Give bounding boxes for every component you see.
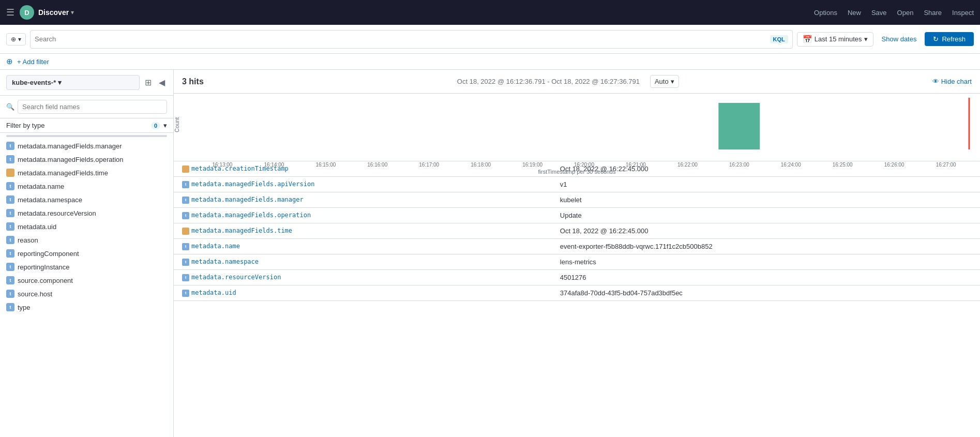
grid-icon-button[interactable]: ⊞ bbox=[143, 77, 154, 88]
filter-by-type-row[interactable]: Filter by type 0 ▾ bbox=[0, 118, 173, 133]
field-cell[interactable]: tmetadata.managedFields.manager bbox=[174, 192, 552, 208]
field-item[interactable]: metadata.managedFields.time bbox=[0, 166, 173, 179]
field-item[interactable]: tsource.host bbox=[0, 287, 173, 300]
time-selector[interactable]: 📅 Last 15 minutes ▾ bbox=[797, 32, 873, 47]
y-axis-label: Count bbox=[174, 104, 180, 145]
field-cell[interactable]: tmetadata.managedFields.apiVersion bbox=[174, 177, 552, 192]
value-cell: lens-metrics bbox=[552, 254, 980, 270]
field-type-badge bbox=[6, 169, 14, 177]
table-row: tmetadata.resourceVersion4501276 bbox=[174, 270, 980, 285]
field-item[interactable]: tmetadata.resourceVersion bbox=[0, 206, 173, 220]
chart-x-label: 16:25:00 bbox=[817, 162, 868, 168]
time-range-label: Oct 18, 2022 @ 16:12:36.791 - Oct 18, 20… bbox=[457, 78, 640, 85]
index-pattern-selector[interactable]: kube-events-* ▾ bbox=[6, 75, 140, 90]
auto-chevron-icon: ▾ bbox=[671, 78, 674, 85]
value-cell: 374afa8d-70dd-43f5-bd04-757ad3bdf5ec bbox=[552, 285, 980, 301]
search-icon: 🔍 bbox=[6, 103, 14, 111]
chart-x-label: 16:22:00 bbox=[661, 162, 713, 168]
eye-icon: 👁 bbox=[932, 78, 939, 85]
field-cell[interactable]: tmetadata.namespace bbox=[174, 254, 552, 270]
chevron-down-icon: ▾ bbox=[18, 36, 21, 43]
field-name-label: metadata.resourceVersion bbox=[18, 209, 96, 217]
options-button[interactable]: Options bbox=[814, 7, 837, 19]
value-cell: event-exporter-f5b88ddb-vqrwc.171f1c2cb5… bbox=[552, 239, 980, 254]
field-item[interactable]: tmetadata.managedFields.operation bbox=[0, 153, 173, 166]
value-cell: Oct 18, 2022 @ 16:22:45.000 bbox=[552, 223, 980, 239]
table-row: metadata.managedFields.timeOct 18, 2022 … bbox=[174, 223, 980, 239]
field-type-badge: t bbox=[6, 290, 14, 298]
search-input[interactable] bbox=[35, 35, 770, 43]
inspect-button[interactable]: Inspect bbox=[952, 7, 974, 19]
field-type-badge: t bbox=[6, 182, 14, 190]
content-area: 3 hits Oct 18, 2022 @ 16:12:36.791 - Oct… bbox=[174, 70, 980, 437]
field-cell[interactable]: tmetadata.managedFields.operation bbox=[174, 208, 552, 223]
refresh-button[interactable]: ↻ Refresh bbox=[925, 32, 974, 46]
table-row: tmetadata.namespacelens-metrics bbox=[174, 254, 980, 270]
save-button[interactable]: Save bbox=[871, 7, 887, 19]
filter-icon[interactable]: ⊕ bbox=[6, 57, 13, 66]
field-item[interactable]: treportingInstance bbox=[0, 260, 173, 274]
auto-interval-select[interactable]: Auto ▾ bbox=[650, 75, 679, 88]
field-type-badge: t bbox=[182, 212, 189, 219]
field-cell[interactable]: tmetadata.resourceVersion bbox=[174, 270, 552, 285]
chart-x-label: 16:13:00 bbox=[197, 162, 248, 168]
show-dates-button[interactable]: Show dates bbox=[878, 35, 921, 43]
field-type-badge: t bbox=[6, 249, 14, 258]
top-nav: ☰ D Discover ▾ Options New Save Open Sha… bbox=[0, 0, 980, 25]
chart-header: 3 hits Oct 18, 2022 @ 16:12:36.791 - Oct… bbox=[174, 70, 980, 94]
data-table: metadata.creationTimestampOct 18, 2022 @… bbox=[174, 161, 980, 301]
field-cell[interactable]: metadata.managedFields.time bbox=[174, 223, 552, 239]
value-cell: Update bbox=[552, 208, 980, 223]
chart-x-label: 16:17:00 bbox=[403, 162, 455, 168]
search-input-wrap: KQL bbox=[30, 30, 793, 49]
field-type-badge: t bbox=[6, 155, 14, 163]
field-type-badge: t bbox=[182, 243, 189, 250]
field-type-badge: t bbox=[182, 274, 189, 281]
value-cell: kubelet bbox=[552, 192, 980, 208]
field-name-label: metadata.name bbox=[18, 183, 64, 190]
field-item[interactable]: tmetadata.namespace bbox=[0, 193, 173, 206]
field-type-badge: t bbox=[182, 259, 189, 266]
field-type-badge: t bbox=[6, 195, 14, 204]
field-type-badge: t bbox=[6, 263, 14, 271]
calendar-icon: 📅 bbox=[803, 35, 812, 44]
table-area: metadata.creationTimestampOct 18, 2022 @… bbox=[174, 161, 980, 437]
share-button[interactable]: Share bbox=[924, 7, 942, 19]
field-item[interactable]: tsource.component bbox=[0, 274, 173, 287]
filter-chevron-icon: ▾ bbox=[163, 122, 167, 129]
field-name-label: reportingComponent bbox=[18, 250, 79, 258]
field-cell[interactable]: tmetadata.name bbox=[174, 239, 552, 254]
field-item[interactable]: tmetadata.name bbox=[0, 179, 173, 193]
open-button[interactable]: Open bbox=[897, 7, 914, 19]
chart-container: Count 16:13:0016:14:0016:15:0016:16:0016… bbox=[174, 94, 980, 161]
chart-x-label: 16:18:00 bbox=[455, 162, 507, 168]
hide-chart-button[interactable]: 👁 Hide chart bbox=[932, 78, 972, 85]
field-item[interactable]: tmetadata.managedFields.manager bbox=[0, 139, 173, 153]
add-filter-button[interactable]: + Add filter bbox=[17, 58, 49, 66]
field-search-input[interactable] bbox=[18, 100, 167, 114]
arrow-left-icon-button[interactable]: ◀ bbox=[157, 77, 167, 88]
field-name-label: type bbox=[18, 304, 31, 311]
field-type-badge: t bbox=[6, 142, 14, 150]
chart-x-label: 16:26:00 bbox=[868, 162, 920, 168]
auto-label: Auto bbox=[655, 78, 669, 85]
table-row: tmetadata.managedFields.managerkubelet bbox=[174, 192, 980, 208]
field-item[interactable]: tmetadata.uid bbox=[0, 220, 173, 233]
field-name-label: reportingInstance bbox=[18, 263, 69, 271]
chart-area bbox=[197, 98, 972, 161]
field-cell[interactable]: tmetadata.uid bbox=[174, 285, 552, 301]
index-selector[interactable]: ⊕ ▾ bbox=[6, 33, 26, 46]
hamburger-icon[interactable]: ☰ bbox=[6, 7, 14, 18]
field-name-label: metadata.managedFields.manager bbox=[18, 142, 122, 150]
app-chevron-icon[interactable]: ▾ bbox=[71, 9, 74, 16]
field-item[interactable]: treason bbox=[0, 233, 173, 247]
field-item[interactable]: treportingComponent bbox=[0, 247, 173, 260]
field-item[interactable]: ttype bbox=[0, 300, 173, 314]
field-name-label: metadata.uid bbox=[18, 223, 56, 231]
svg-rect-0 bbox=[718, 103, 760, 149]
kql-badge[interactable]: KQL bbox=[770, 35, 788, 43]
search-bar: ⊕ ▾ KQL 📅 Last 15 minutes ▾ Show dates ↻… bbox=[0, 25, 980, 54]
field-name-label: metadata.managedFields.time bbox=[18, 169, 108, 177]
new-button[interactable]: New bbox=[848, 7, 861, 19]
avatar: D bbox=[20, 5, 34, 20]
